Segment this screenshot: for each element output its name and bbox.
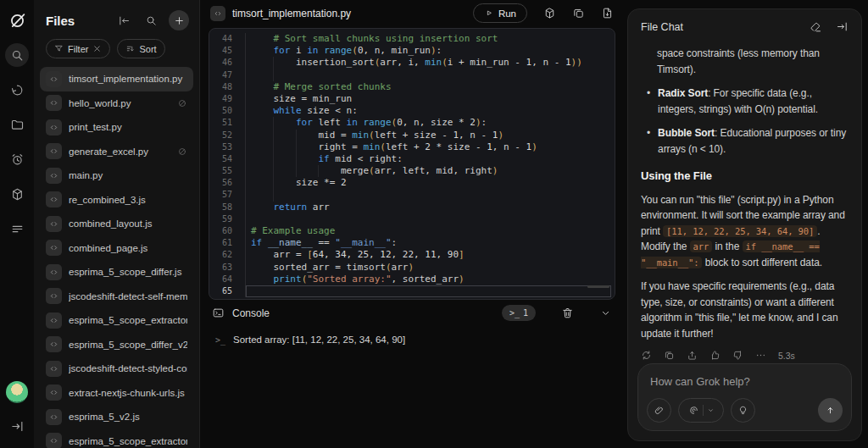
user-avatar[interactable]	[6, 381, 28, 403]
file-row[interactable]: hello_world.py	[40, 91, 193, 116]
line-number: 60	[209, 225, 245, 237]
code-line[interactable]: 62 arr = [64, 34, 25, 12, 22, 11, 90]	[209, 249, 615, 261]
folder-icon[interactable]	[5, 113, 29, 136]
file-name: esprima_5_scope_extractor.js	[69, 436, 187, 446]
collapse-chat-icon[interactable]	[836, 20, 849, 33]
attach-file-button[interactable]	[647, 398, 671, 423]
code-line[interactable]: 45 for i in range(0, n, min_run):	[209, 45, 615, 57]
copy-icon[interactable]	[664, 350, 675, 361]
line-number: 48	[209, 81, 245, 93]
code-line[interactable]: 46 insertion_sort(arr, i, min(i + min_ru…	[209, 57, 615, 69]
editor-column: timsort_implementation.py Run 44 # Sort	[200, 0, 624, 448]
collapse-sidebar-icon[interactable]	[114, 11, 133, 30]
file-row[interactable]: main.py	[40, 163, 193, 188]
code-line[interactable]: 53 right = min(left + 2 * size - 1, n - …	[209, 141, 615, 153]
file-row[interactable]: combined_page.js	[40, 236, 193, 261]
thumbs-down-icon[interactable]	[732, 350, 743, 361]
code-line[interactable]: 49 size = min_run	[209, 93, 615, 105]
eraser-icon[interactable]	[810, 20, 822, 33]
file-row[interactable]: jscodeshift-detect-styled-compo	[40, 357, 193, 381]
sort-chip[interactable]: Sort	[117, 39, 164, 58]
code-line[interactable]: 65	[209, 285, 615, 297]
filter-chip[interactable]: Filter	[46, 39, 110, 58]
clear-console-trash-icon[interactable]	[561, 307, 574, 319]
line-number: 53	[209, 141, 245, 153]
tasks-clock-icon[interactable]	[5, 147, 29, 171]
package-cube-icon[interactable]	[543, 7, 556, 19]
code-line[interactable]: 50 while size < n:	[209, 105, 615, 117]
chat-paragraph: If you have specific requirements (e.g.,…	[641, 279, 849, 341]
code-line[interactable]: 55 merge(arr, left, mid, right)	[209, 165, 615, 177]
history-icon[interactable]	[5, 78, 29, 102]
play-icon	[484, 8, 493, 18]
horizontal-scrollbar[interactable]	[587, 285, 609, 288]
code-line[interactable]: 64 print("Sorted array:", sorted_arr)	[209, 274, 615, 285]
save-file-icon[interactable]	[601, 7, 614, 19]
collapse-console-chevron-icon[interactable]	[599, 307, 612, 319]
file-row[interactable]: extract-nextjs-chunk-urls.js	[40, 381, 193, 406]
file-row[interactable]: timsort_implementation.py	[40, 67, 193, 91]
galaxy-icon	[688, 405, 699, 416]
file-row[interactable]: re_combined_3.js	[40, 188, 193, 213]
expand-panel-icon[interactable]	[5, 414, 29, 438]
code-line[interactable]: 51 for left in range(0, n, size * 2):	[209, 117, 615, 129]
code-file-icon	[46, 409, 62, 425]
file-row[interactable]: esprima_5_scope_differ.js	[40, 260, 193, 285]
code-line[interactable]: 56 size *= 2	[209, 177, 615, 189]
code-line[interactable]: 52 mid = min(left + size - 1, n - 1)	[209, 130, 615, 141]
line-number: 56	[209, 177, 245, 189]
code-editor[interactable]: 44 # Sort small chunks using insertion s…	[209, 28, 615, 300]
run-button[interactable]: Run	[473, 3, 527, 23]
projects-cube-icon[interactable]	[5, 182, 29, 206]
code-line[interactable]: 60# Example usage	[209, 225, 615, 237]
file-name: print_test.py	[69, 122, 187, 132]
chat-input[interactable]	[648, 374, 841, 389]
lists-icon[interactable]	[5, 217, 29, 241]
send-button[interactable]	[818, 398, 843, 423]
file-row[interactable]: esprima_5_v2.js	[40, 405, 193, 429]
file-row[interactable]: print_test.py	[40, 115, 193, 140]
model-selector-button[interactable]	[678, 398, 724, 423]
file-row[interactable]: jscodeshift-detect-self-memoize	[40, 285, 193, 309]
code-file-icon	[46, 264, 62, 280]
file-row[interactable]: esprima_5_scope_extractor.js	[40, 429, 193, 448]
prompt-glyph: >_	[509, 308, 520, 318]
code-file-icon	[46, 288, 62, 304]
thumbs-up-icon[interactable]	[709, 350, 721, 361]
file-row[interactable]: combined_layout.js	[40, 212, 193, 236]
search-icon[interactable]	[5, 43, 29, 67]
open-file-tab[interactable]: timsort_implementation.py	[232, 8, 351, 19]
code-line[interactable]: 47	[209, 69, 615, 81]
code-file-icon	[46, 143, 62, 159]
line-number: 63	[209, 262, 245, 274]
code-line[interactable]: 57	[209, 189, 615, 201]
code-line[interactable]: 54 if mid < right:	[209, 153, 615, 165]
console-output-line: >_ Sorted array: [11, 12, 22, 25, 34, 64…	[209, 335, 615, 345]
code-line[interactable]: 61if __name__ == "__main__":	[209, 237, 615, 249]
file-row[interactable]: esprima_5_scope_differ_v2.js	[40, 333, 193, 357]
file-name: timsort_implementation.py	[69, 74, 187, 84]
code-line[interactable]: 48 # Merge sorted chunks	[209, 81, 615, 93]
file-row[interactable]: esprima_5_scope_extractor_v2.js	[40, 308, 193, 333]
add-file-button[interactable]	[169, 10, 189, 30]
copy-icon[interactable]	[572, 7, 585, 19]
code-line[interactable]: 58 return arr	[209, 202, 615, 213]
code-line[interactable]: 59	[209, 213, 615, 225]
share-icon[interactable]	[687, 350, 698, 361]
file-name: esprima_5_scope_differ.js	[69, 267, 187, 277]
chat-paragraph: space constraints (less memory than Tims…	[641, 46, 849, 77]
code-line[interactable]: 63 sorted_arr = timsort(arr)	[209, 262, 615, 274]
file-name: main.py	[69, 170, 187, 180]
regenerate-icon[interactable]	[641, 350, 652, 361]
run-count: 1	[523, 308, 528, 318]
chevron-down-icon	[707, 407, 715, 414]
code-file-icon	[46, 95, 62, 111]
file-row[interactable]: generate_excel.py	[40, 140, 193, 164]
chat-paragraph: You can run "this file" (script.py) in a…	[641, 192, 849, 271]
code-line[interactable]: 44 # Sort small chunks using insertion s…	[209, 33, 615, 45]
file-name: esprima_5_scope_differ_v2.js	[69, 340, 187, 350]
more-options-icon[interactable]	[755, 350, 766, 361]
chat-bullet-item: •Bubble Sort: Educational purposes or ti…	[641, 125, 849, 157]
search-files-icon[interactable]	[142, 11, 160, 30]
think-mode-button[interactable]	[731, 398, 755, 423]
